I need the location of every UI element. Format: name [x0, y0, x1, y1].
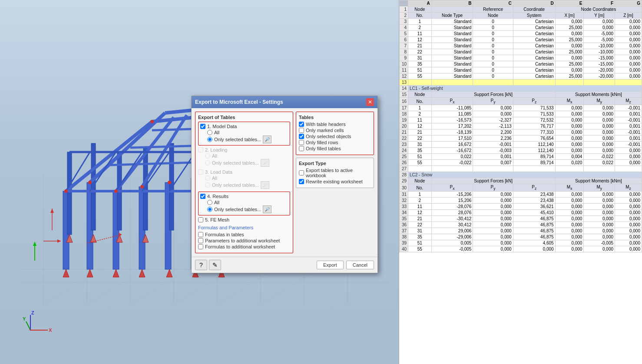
edit-icon: ✎: [212, 261, 218, 268]
export-active-workbook-checkbox[interactable]: [299, 170, 304, 175]
model-data-all: All: [207, 130, 288, 135]
load-data-selected: Only selected tables... 🔎: [205, 181, 290, 189]
load-data-all-radio[interactable]: [205, 175, 210, 181]
results-selected: Only selected tables... 🔎: [207, 205, 288, 213]
model-data-select-button[interactable]: 🔎: [263, 136, 271, 143]
model-data-all-label: All: [214, 130, 219, 135]
loading-all-radio[interactable]: [205, 153, 210, 159]
export-dialog: Export to Microsoft Excel - Settings ✕ E…: [191, 96, 378, 273]
group-load-data: 3. Load Data All Only selected tables...…: [198, 169, 290, 189]
group-load-data-header: 3. Load Data: [198, 169, 290, 175]
loading-all-label: All: [212, 153, 217, 159]
only-filled-tables-label: Only filled tables: [306, 146, 341, 151]
with-headers-item: With table headers: [299, 122, 371, 127]
dialog-body: Export of Tables 1. Model Data All: [192, 108, 377, 257]
edit-button[interactable]: ✎: [209, 260, 221, 270]
only-marked-cells-item: Only marked cells: [299, 128, 371, 133]
formulas-additional-checkbox[interactable]: [198, 244, 203, 249]
only-filled-rows-item: Only filled rows: [299, 140, 371, 145]
formulas-additional-label: Formulas to additional worksheet: [205, 244, 275, 249]
group-model-data-header: 1. Model Data: [200, 124, 288, 129]
load-data-selected-label: Only selected tables...: [212, 182, 259, 188]
formulas-section: Formulas and Parameters Formulas in tabl…: [198, 225, 290, 249]
model-data-checkbox[interactable]: [200, 124, 205, 129]
only-filled-tables-checkbox[interactable]: [299, 146, 304, 151]
params-additional-checkbox[interactable]: [198, 238, 203, 243]
tables-title: Tables: [299, 115, 371, 120]
model-data-options: All Only selected tables... 🔎: [200, 130, 288, 143]
loading-label: 2. Loading: [205, 147, 227, 152]
only-filled-rows-label: Only filled rows: [306, 140, 338, 145]
results-select-button[interactable]: 🔎: [263, 205, 271, 213]
export-of-tables-panel: Export of Tables 1. Model Data All: [195, 112, 293, 253]
model-data-selected-radio[interactable]: [207, 137, 212, 142]
load-data-selected-radio[interactable]: [205, 182, 210, 188]
loading-selected-label: Only selected tables...: [212, 160, 259, 165]
footer-left-buttons: ? ✎: [195, 260, 221, 270]
loading-selected-radio[interactable]: [205, 160, 210, 165]
cancel-button[interactable]: Cancel: [346, 261, 374, 269]
results-selected-label: Only selected tables...: [214, 207, 261, 212]
results-all-radio[interactable]: [207, 200, 212, 205]
model-data-selected-label: Only selected tables...: [214, 137, 261, 142]
dialog-titlebar: Export to Microsoft Excel - Settings ✕: [192, 96, 377, 108]
load-data-options: All Only selected tables... 🔎: [198, 175, 290, 189]
help-icon: ?: [199, 261, 203, 268]
dialog-overlay: Export to Microsoft Excel - Settings ✕ E…: [0, 0, 400, 364]
rewrite-existing-checkbox[interactable]: [299, 179, 304, 184]
group-fe-mesh-header: 5. FE Mesh: [198, 217, 290, 222]
group-results: 4. Results All Only selected tables... 🔎: [198, 192, 290, 215]
load-data-checkbox[interactable]: [198, 169, 203, 175]
formulas-in-tables-label: Formulas in tables: [205, 232, 244, 237]
results-options: All Only selected tables... 🔎: [200, 200, 288, 213]
only-selected-objects-label: Only selected objects: [306, 134, 351, 139]
group-results-header: 4. Results: [200, 194, 288, 199]
group-fe-mesh: 5. FE Mesh: [198, 217, 290, 222]
only-filled-tables-item: Only filled tables: [299, 146, 371, 151]
footer-right-buttons: Export Cancel: [317, 261, 374, 269]
results-all: All: [207, 200, 288, 205]
rewrite-existing-item: Rewrite existing worksheet: [299, 179, 371, 184]
load-data-label: 3. Load Data: [205, 169, 232, 175]
group-loading: 2. Loading All Only selected tables... 🔎: [198, 147, 290, 167]
help-button[interactable]: ?: [195, 260, 207, 270]
results-checkbox[interactable]: [200, 194, 205, 199]
loading-options: All Only selected tables... 🔎: [198, 153, 290, 167]
results-all-label: All: [214, 200, 219, 205]
export-active-workbook-label: Export tables to active workbook: [306, 168, 371, 178]
formulas-in-tables-item: Formulas in tables: [198, 232, 290, 237]
only-selected-objects-checkbox[interactable]: [299, 134, 304, 139]
loading-checkbox[interactable]: [198, 147, 203, 152]
fe-mesh-label: 5. FE Mesh: [205, 217, 229, 222]
load-data-select-button[interactable]: 🔎: [261, 181, 269, 189]
with-headers-label: With table headers: [306, 122, 346, 127]
results-selected-radio[interactable]: [207, 207, 212, 212]
export-active-workbook-item: Export tables to active workbook: [299, 168, 371, 178]
tables-box: Tables With table headers Only marked ce…: [296, 112, 374, 155]
params-additional-label: Parameters to additional worksheet: [205, 238, 280, 243]
right-panel: Tables With table headers Only marked ce…: [296, 112, 374, 253]
results-label: 4. Results: [207, 194, 228, 199]
rewrite-existing-label: Rewrite existing worksheet: [306, 179, 363, 184]
with-headers-checkbox[interactable]: [299, 122, 304, 127]
load-data-all-label: All: [212, 175, 217, 181]
export-type-box: Export Type Export tables to active work…: [296, 158, 374, 188]
only-marked-cells-checkbox[interactable]: [299, 128, 304, 133]
loading-select-button[interactable]: 🔎: [261, 159, 269, 167]
close-button[interactable]: ✕: [366, 98, 374, 106]
model-data-label: 1. Model Data: [207, 124, 237, 129]
model-data-all-radio[interactable]: [207, 130, 212, 135]
fe-mesh-checkbox[interactable]: [198, 217, 203, 222]
export-type-title: Export Type: [299, 161, 371, 166]
formulas-additional-item: Formulas to additional worksheet: [198, 244, 290, 249]
export-button[interactable]: Export: [317, 261, 344, 269]
spreadsheet-panel: A B C D E F G 1 Node Reference Coordinat…: [399, 0, 642, 364]
group-model-data: 1. Model Data All Only selected tables..…: [198, 122, 290, 146]
only-selected-objects-item: Only selected objects: [299, 134, 371, 139]
group-loading-header: 2. Loading: [198, 147, 290, 152]
load-data-all: All: [205, 175, 290, 181]
loading-selected: Only selected tables... 🔎: [205, 159, 290, 167]
params-additional-item: Parameters to additional worksheet: [198, 238, 290, 243]
only-filled-rows-checkbox[interactable]: [299, 140, 304, 145]
formulas-in-tables-checkbox[interactable]: [198, 232, 203, 237]
